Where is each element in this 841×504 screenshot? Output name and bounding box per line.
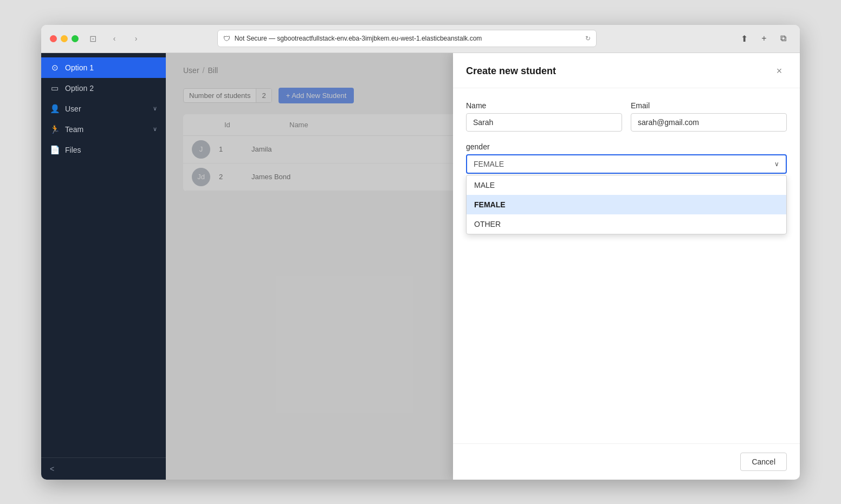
option1-icon: ⊙ <box>50 63 60 73</box>
option2-icon: ▭ <box>50 83 60 93</box>
gender-label: gender <box>466 142 787 151</box>
sidebar-item-user-label: User <box>65 104 147 113</box>
sidebar-item-user[interactable]: 👤 User ∨ <box>41 99 166 119</box>
team-chevron-icon: ∨ <box>153 126 157 133</box>
modal-close-button[interactable]: × <box>772 64 787 79</box>
gender-selected-value: FEMALE <box>474 160 504 168</box>
modal-footer: Cancel <box>453 443 800 480</box>
forward-button[interactable]: › <box>128 31 144 46</box>
sidebar-item-option1[interactable]: ⊙ Option 1 <box>41 57 166 78</box>
sidebar-item-option1-label: Option 1 <box>65 63 157 72</box>
form-row-name-email: Name Email <box>466 101 787 132</box>
form-group-email: Email <box>631 101 787 132</box>
main-content: User / Bill Number of students 2 + Add N… <box>166 53 800 480</box>
browser-titlebar: ⊡ ‹ › 🛡 Not Secure — sgbootreactfullstac… <box>41 25 800 53</box>
sidebar-footer[interactable]: < <box>41 457 166 480</box>
gender-dropdown: MALE FEMALE OTHER <box>466 175 787 234</box>
browser-actions: ⬆ + ⧉ <box>737 31 791 46</box>
team-icon: 🏃 <box>50 125 60 134</box>
sidebar-item-team-label: Team <box>65 125 147 134</box>
modal-overlay: Create new student × Name Email <box>453 53 800 480</box>
sidebar-item-team[interactable]: 🏃 Team ∨ <box>41 119 166 140</box>
close-traffic-light[interactable] <box>50 35 57 42</box>
user-chevron-icon: ∨ <box>153 105 157 112</box>
url-text: Not Secure — sgbootreactfullstack-env.eb… <box>235 35 482 42</box>
chevron-down-icon: ∨ <box>774 160 779 168</box>
app-layout: ⊙ Option 1 ▭ Option 2 👤 User ∨ 🏃 Team <box>41 53 800 480</box>
cancel-button[interactable]: Cancel <box>740 453 787 471</box>
sidebar-item-files-label: Files <box>65 146 157 154</box>
sidebar-nav: ⊙ Option 1 ▭ Option 2 👤 User ∨ 🏃 Team <box>41 53 166 457</box>
gender-option-male[interactable]: MALE <box>467 175 786 195</box>
modal-header: Create new student × <box>453 53 800 88</box>
gender-select-display[interactable]: FEMALE ∨ <box>466 154 787 174</box>
sidebar-item-option2[interactable]: ▭ Option 2 <box>41 78 166 99</box>
gender-option-other[interactable]: OTHER <box>467 214 786 234</box>
email-input[interactable] <box>631 113 787 132</box>
email-label: Email <box>631 101 787 110</box>
form-group-name: Name <box>466 101 622 132</box>
sidebar-toggle-button[interactable]: ⊡ <box>85 31 100 46</box>
name-input[interactable] <box>466 113 622 132</box>
modal-body: Name Email gender FEMALE <box>453 88 800 443</box>
minimize-traffic-light[interactable] <box>61 35 68 42</box>
collapse-icon[interactable]: < <box>50 464 157 473</box>
maximize-traffic-light[interactable] <box>72 35 79 42</box>
name-label: Name <box>466 101 622 110</box>
user-icon: 👤 <box>50 104 60 114</box>
security-icon: 🛡 <box>223 35 230 43</box>
address-bar[interactable]: 🛡 Not Secure — sgbootreactfullstack-env.… <box>217 30 597 47</box>
gender-option-female[interactable]: FEMALE <box>467 195 786 214</box>
modal-title: Create new student <box>466 66 556 77</box>
sidebar-item-files[interactable]: 📄 Files <box>41 140 166 160</box>
files-icon: 📄 <box>50 145 60 155</box>
new-tab-button[interactable]: + <box>756 31 772 46</box>
gender-select-wrapper: FEMALE ∨ MALE FEMALE OTHER <box>466 154 787 174</box>
share-button[interactable]: ⬆ <box>737 31 752 46</box>
sidebar: ⊙ Option 1 ▭ Option 2 👤 User ∨ 🏃 Team <box>41 53 166 480</box>
back-button[interactable]: ‹ <box>107 31 122 46</box>
reload-icon[interactable]: ↻ <box>585 35 591 42</box>
sidebar-item-option2-label: Option 2 <box>65 84 157 93</box>
gender-group: gender FEMALE ∨ MALE FEMALE OTHER <box>466 142 787 174</box>
traffic-lights <box>50 35 79 42</box>
tabs-button[interactable]: ⧉ <box>776 31 791 46</box>
